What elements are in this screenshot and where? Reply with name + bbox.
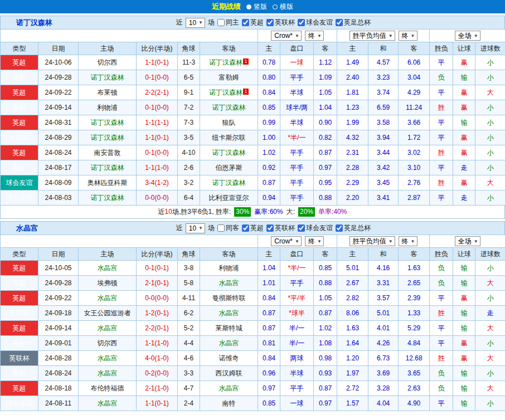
bookmaker-state-select[interactable]: 终▼ bbox=[305, 31, 324, 41]
same-venue-checkbox[interactable]: 同客 bbox=[217, 223, 239, 233]
team-name-cell[interactable]: 水晶宫 bbox=[79, 261, 137, 276]
team-name[interactable]: 诺丁汉森林 bbox=[16, 18, 52, 28]
team-name-cell[interactable]: 比利亚雷亚尔 bbox=[200, 191, 258, 206]
euro-away-odds: 11.24 bbox=[399, 100, 430, 115]
comp-checkbox-premier-league[interactable]: 英超 bbox=[242, 223, 264, 233]
team-name-cell[interactable]: 水晶宫 bbox=[200, 276, 258, 291]
scope-select[interactable]: 全场▼ bbox=[455, 31, 480, 41]
team-name-cell[interactable]: 莱斯特城 bbox=[200, 321, 258, 336]
comp-checkbox-premier-league[interactable]: 英超 bbox=[242, 18, 264, 27]
team-name-cell[interactable]: 诺丁汉森林1 bbox=[200, 85, 258, 100]
euro-odds-select[interactable]: 胜平负均值▼ bbox=[349, 236, 395, 246]
euro-draw-odds: 4.01 bbox=[368, 321, 399, 336]
same-venue-checkbox[interactable]: 同主 bbox=[217, 18, 239, 27]
match-date: 24-09-14 bbox=[38, 321, 79, 336]
red-card-badge: 1 bbox=[243, 89, 249, 95]
team-name-cell[interactable]: 水晶宫 bbox=[79, 396, 137, 411]
competition-badge: 英联杯 bbox=[1, 130, 38, 145]
team-name-cell[interactable]: 埃弗顿 bbox=[79, 276, 137, 291]
euro-away-odds: 1.63 bbox=[399, 261, 430, 276]
comp-checkbox-fa-cup[interactable]: 英足总杯 bbox=[336, 223, 371, 233]
handicap-outcome: 输 bbox=[453, 396, 475, 411]
team-name-cell[interactable]: 水晶宫 bbox=[79, 291, 137, 306]
team-header: 水晶宫 近 10 ▼ 场 同客 英超 英联杯 球会友谊 bbox=[0, 221, 505, 235]
team-name-cell[interactable]: 富勒姆 bbox=[200, 70, 258, 85]
team-name-cell[interactable]: 切尔西 bbox=[79, 336, 137, 351]
asian-home-odds: 0.87 bbox=[258, 306, 280, 321]
comp-checkbox-efl-cup[interactable]: 英联杯 bbox=[266, 18, 295, 27]
match-score: 0-2(0-0) bbox=[137, 366, 178, 381]
team-name-cell[interactable]: 水晶宫 bbox=[200, 336, 258, 351]
team-name-cell[interactable]: 南安普敦 bbox=[79, 145, 137, 160]
asian-away-odds: 0.98 bbox=[314, 351, 337, 366]
euro-home-odds: 1.49 bbox=[337, 55, 368, 70]
match-date: 24-09-01 bbox=[38, 336, 79, 351]
euro-state-select[interactable]: 终▼ bbox=[399, 236, 417, 246]
radio-horizontal-layout[interactable]: 横版 bbox=[273, 2, 293, 12]
bookmaker-state-select[interactable]: 终▼ bbox=[305, 236, 324, 246]
team-name-cell[interactable]: 布莱顿 bbox=[79, 85, 137, 100]
team-name-cell[interactable]: 纽卡斯尔联 bbox=[200, 130, 258, 145]
team-name-cell[interactable]: 诺丁汉森林 bbox=[200, 175, 258, 191]
competition-badge: 英超 bbox=[1, 160, 38, 175]
team-name-cell[interactable]: 诺丁汉森林 bbox=[200, 100, 258, 115]
same-venue-input[interactable] bbox=[217, 224, 225, 232]
team-name: 诺维奇 bbox=[219, 354, 239, 362]
result-outcome: 平 bbox=[430, 396, 453, 411]
bookmaker-select[interactable]: Crow*▼ bbox=[271, 236, 302, 246]
team-name: 诺丁汉森林 bbox=[212, 149, 246, 157]
team-name-cell[interactable]: 女王公园巡游者 bbox=[79, 306, 137, 321]
match-row: 英联杯24-08-28水晶宫4-0(1-0)4-6诺维奇0.84两球0.981.… bbox=[1, 351, 505, 366]
team-name-cell[interactable]: 诺丁汉森林 bbox=[79, 115, 137, 130]
team-name-cell[interactable]: 西汉姆联 bbox=[200, 366, 258, 381]
team-name-cell[interactable]: 诺丁汉森林 bbox=[200, 145, 258, 160]
competition-badge: 球会友谊 bbox=[1, 175, 38, 191]
chevron-down-icon: ▼ bbox=[389, 239, 393, 244]
team-name-cell[interactable]: 诺丁汉森林 bbox=[79, 70, 137, 85]
comp-checkbox-friendly[interactable]: 球会友谊 bbox=[298, 223, 333, 233]
col-eu-away: 客 bbox=[399, 42, 430, 55]
team-name-cell[interactable]: 切尔西 bbox=[79, 55, 137, 70]
team-name-cell[interactable]: 狼队 bbox=[200, 115, 258, 130]
team-name: 纽卡斯尔联 bbox=[212, 134, 246, 141]
team-name-cell[interactable]: 水晶宫 bbox=[79, 351, 137, 366]
team-name-cell[interactable]: 南特 bbox=[200, 396, 258, 411]
bookmaker-select[interactable]: Crow*▼ bbox=[271, 31, 302, 41]
team-name-cell[interactable]: 水晶宫 bbox=[200, 306, 258, 321]
comp-checkbox-fa-cup[interactable]: 英足总杯 bbox=[336, 18, 371, 27]
match-count-select[interactable]: 10 ▼ bbox=[186, 18, 205, 28]
team-name-cell[interactable]: 水晶宫 bbox=[79, 321, 137, 336]
asian-home-odds: 0.84 bbox=[258, 351, 280, 366]
asian-home-odds: 0.81 bbox=[258, 336, 280, 351]
team-name-cell[interactable]: 利物浦 bbox=[200, 261, 258, 276]
euro-odds-select[interactable]: 胜平负均值▼ bbox=[349, 31, 395, 41]
comp-checkbox-efl-cup[interactable]: 英联杯 bbox=[266, 223, 295, 233]
team-name-cell[interactable]: 水晶宫 bbox=[79, 366, 137, 381]
team-name-cell[interactable]: 伯恩茅斯 bbox=[200, 160, 258, 175]
team-name-cell[interactable]: 诺丁汉森林 bbox=[79, 191, 137, 206]
same-venue-input[interactable] bbox=[217, 19, 225, 26]
comp-checkbox-friendly[interactable]: 球会友谊 bbox=[298, 18, 333, 27]
team-name-cell[interactable]: 诺丁汉森林 bbox=[79, 160, 137, 175]
team-name: 水晶宫 bbox=[98, 294, 118, 302]
scope-select[interactable]: 全场▼ bbox=[455, 236, 480, 246]
team-name-cell[interactable]: 布伦特福德 bbox=[79, 381, 137, 396]
match-date: 24-10-06 bbox=[38, 55, 79, 70]
team-name: 奥林匹亚科斯 bbox=[88, 179, 128, 187]
match-count-select[interactable]: 10 ▼ bbox=[186, 223, 205, 233]
team-name-cell[interactable]: 诺丁汉森林1 bbox=[200, 55, 258, 70]
match-date: 24-09-28 bbox=[38, 276, 79, 291]
team-name[interactable]: 水晶宫 bbox=[16, 223, 38, 233]
team-name-cell[interactable]: 诺维奇 bbox=[200, 351, 258, 366]
team-name-cell[interactable]: 曼彻斯特联 bbox=[200, 291, 258, 306]
team-name-cell[interactable]: 利物浦 bbox=[79, 100, 137, 115]
match-date: 24-08-03 bbox=[38, 191, 79, 206]
team-name: 利物浦 bbox=[219, 264, 239, 272]
team-name-cell[interactable]: 水晶宫 bbox=[200, 381, 258, 396]
euro-home-odds: 2.72 bbox=[337, 381, 368, 396]
euro-state-select[interactable]: 终▼ bbox=[399, 31, 417, 41]
euro-draw-odds: 4.26 bbox=[368, 336, 399, 351]
team-name-cell[interactable]: 奥林匹亚科斯 bbox=[79, 175, 137, 191]
radio-vertical-layout[interactable]: 竖版 bbox=[246, 2, 267, 12]
team-name-cell[interactable]: 诺丁汉森林 bbox=[79, 130, 137, 145]
